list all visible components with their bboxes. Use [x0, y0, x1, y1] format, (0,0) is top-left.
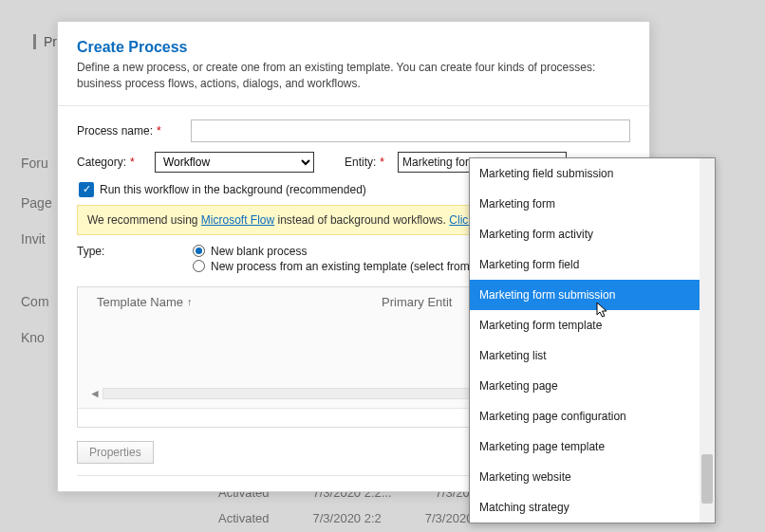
entity-option[interactable]: Marketing list — [470, 340, 701, 371]
entity-option[interactable]: Marketing form field — [470, 249, 701, 280]
sort-asc-icon: ↑ — [187, 296, 193, 307]
entity-option[interactable]: Marketing page configuration — [470, 401, 701, 431]
entity-option[interactable]: Marketing form submission — [470, 280, 701, 310]
entity-option[interactable]: Matching strategy — [470, 492, 701, 523]
entity-label: Entity:* — [345, 156, 390, 169]
category-label: Category:* — [77, 156, 145, 169]
new-blank-radio[interactable] — [193, 245, 205, 257]
entity-option[interactable]: Marketing form — [470, 189, 701, 219]
type-label: Type: — [77, 245, 164, 258]
from-template-label: New process from an existing template (s… — [211, 260, 494, 273]
entity-option[interactable]: Marketing page — [470, 371, 701, 401]
new-blank-label: New blank process — [211, 245, 307, 258]
process-name-input[interactable] — [191, 119, 630, 142]
entity-dropdown[interactable]: Marketing field submissionMarketing form… — [469, 157, 716, 523]
dropdown-scrollbar[interactable] — [700, 158, 715, 523]
entity-option[interactable]: Marketing form template — [470, 310, 701, 340]
col-template-name[interactable]: Template Name ↑ — [97, 295, 382, 309]
scroll-left-icon[interactable]: ◄ — [87, 387, 103, 400]
category-select[interactable]: Workflow — [155, 152, 314, 173]
from-template-radio[interactable] — [193, 260, 205, 272]
entity-option[interactable]: Marketing page template — [470, 431, 701, 462]
entity-option[interactable]: Marketing field submission — [470, 158, 701, 189]
process-name-label: Process name:* — [77, 124, 164, 138]
run-background-checkbox[interactable]: ✓ — [79, 182, 94, 197]
run-background-label: Run this workflow in the background (rec… — [100, 183, 366, 196]
entity-option[interactable]: Marketing website — [470, 462, 701, 492]
dialog-subtitle: Define a new process, or create one from… — [77, 60, 630, 92]
properties-button[interactable]: Properties — [77, 441, 154, 464]
entity-option[interactable]: Marketing form activity — [470, 219, 701, 249]
ms-flow-link[interactable]: Microsoft Flow — [201, 213, 274, 227]
dialog-title: Create Process — [77, 39, 630, 56]
scrollbar-thumb[interactable] — [701, 454, 713, 504]
